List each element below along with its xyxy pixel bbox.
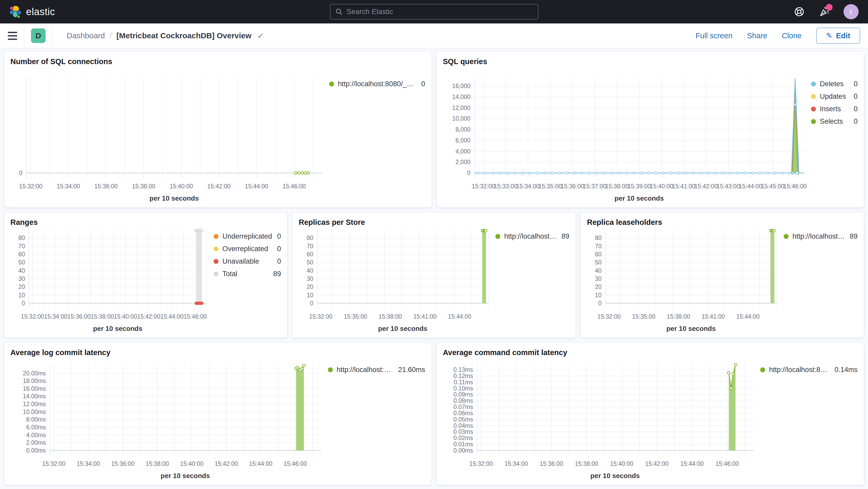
- user-avatar[interactable]: r: [843, 4, 859, 19]
- chart-plot[interactable]: [50, 363, 321, 456]
- legend-item[interactable]: http://localhost:8080/_sta...89: [495, 233, 569, 241]
- x-tick-label: 15:41:00: [413, 313, 437, 320]
- breadcrumb-separator: /: [110, 31, 112, 40]
- menu-toggle-icon[interactable]: [8, 31, 17, 41]
- legend-item[interactable]: http://localhost:8080...0.14ms: [760, 366, 858, 374]
- y-tick-label: 4,000: [456, 148, 471, 155]
- x-tick-label: 15:46:00: [184, 313, 207, 320]
- y-tick-label: 12.00ms: [23, 401, 46, 408]
- legend-series-dot: [328, 367, 333, 372]
- chart-canvas: [26, 78, 322, 178]
- y-tick-label: 8,000: [456, 126, 471, 133]
- x-tick-label: 15:40:00: [650, 183, 673, 190]
- dashboard-app-badge[interactable]: D: [31, 28, 45, 43]
- x-tick-label: 15:34:00: [57, 183, 80, 190]
- y-tick-label: 10: [18, 292, 25, 299]
- panel-title: Number of SQL connections: [10, 57, 425, 66]
- chart-plot[interactable]: [29, 230, 207, 308]
- x-tick-label: 15:42:00: [207, 183, 231, 190]
- y-axis-labels: 02,0004,0006,0008,00010,00012,00014,0001…: [443, 78, 474, 204]
- legend-series-dot: [214, 272, 218, 276]
- legend-series-value: 21.60ms: [394, 366, 425, 374]
- x-axis-labels: 15:32:0015:34:0015:36:0015:38:0015:40:00…: [477, 460, 754, 469]
- y-tick-label: 0.09ms: [454, 391, 473, 398]
- y-tick-label: 50: [595, 259, 601, 266]
- edit-button[interactable]: ✎ Edit: [816, 28, 860, 44]
- legend-series-label: Overreplicated: [222, 245, 268, 253]
- x-tick-label: 15:32:00: [19, 183, 42, 190]
- y-tick-label: 80: [307, 235, 313, 242]
- x-tick-label: 15:46:00: [283, 183, 306, 190]
- x-tick-label: 15:32:00: [469, 460, 493, 467]
- help-button[interactable]: [794, 6, 805, 18]
- legend-series-label: Inserts: [820, 105, 841, 113]
- legend-item[interactable]: http://localhost:8080/_stat...0: [329, 80, 425, 88]
- share-button[interactable]: Share: [747, 32, 767, 40]
- x-tick-label: 15:40:00: [180, 460, 204, 467]
- legend-item[interactable]: Unavailable0: [214, 257, 281, 266]
- legend-item[interactable]: Underreplicated0: [214, 233, 281, 241]
- x-axis-labels: 15:32:0015:34:0015:36:0015:38:0015:40:00…: [50, 460, 321, 469]
- y-tick-label: 0: [467, 170, 471, 177]
- chart-plot[interactable]: [605, 230, 777, 308]
- legend-series-label: http://localhost:8080/_sta...: [793, 233, 845, 241]
- y-tick-label: 50: [18, 259, 25, 266]
- chart-plot[interactable]: [474, 78, 804, 178]
- panel-average-log-commit-latency: Average log commit latency 0.00ms2.00ms4…: [4, 342, 432, 485]
- x-tick-label: 15:44:00: [681, 460, 704, 467]
- x-tick-label: 15:35:00: [632, 313, 655, 320]
- panel-title: Replica leaseholders: [587, 218, 858, 227]
- x-tick-label: 15:42:00: [215, 460, 238, 467]
- x-tick-label: 15:36:00: [111, 460, 135, 467]
- y-tick-label: 10.00ms: [23, 408, 46, 416]
- chart-plot[interactable]: [477, 363, 754, 456]
- legend-series-dot: [784, 234, 788, 239]
- search-input[interactable]: [347, 7, 533, 16]
- legend-item[interactable]: Deletes0: [811, 80, 858, 88]
- y-tick-label: 0.13ms: [454, 366, 473, 373]
- news-feed-button[interactable]: [818, 6, 830, 18]
- legend-series-label: http://localhost:8080/_stat...: [338, 80, 417, 88]
- x-tick-label: 15:32:00: [597, 313, 621, 320]
- chart-plot[interactable]: [317, 230, 489, 308]
- clone-button[interactable]: Clone: [782, 32, 802, 40]
- fullscreen-button[interactable]: Full screen: [695, 32, 733, 40]
- legend-item[interactable]: Selects0: [811, 118, 858, 126]
- legend-item[interactable]: Updates0: [811, 92, 858, 100]
- x-tick-label: 15:46:00: [715, 460, 739, 467]
- y-tick-label: 0.04ms: [454, 422, 473, 429]
- x-tick-label: 15:40:00: [610, 460, 633, 467]
- x-tick-label: 15:42:00: [645, 460, 669, 467]
- legend-series-label: Selects: [820, 118, 843, 126]
- breadcrumb-dashboard[interactable]: Dashboard: [67, 31, 105, 40]
- y-tick-label: 40: [307, 267, 313, 274]
- y-tick-label: 0: [598, 300, 601, 307]
- y-tick-label: 12,000: [452, 104, 470, 112]
- check-icon[interactable]: ✓: [257, 31, 264, 40]
- x-tick-label: 15:32:00: [472, 183, 495, 190]
- y-tick-label: 0: [19, 170, 22, 177]
- y-tick-label: 0.07ms: [454, 403, 473, 410]
- chart-legend: http://localhost:8080...0.14ms: [753, 363, 858, 481]
- x-tick-label: 15:46:00: [783, 183, 807, 190]
- x-tick-label: 15:38:00: [146, 460, 169, 467]
- legend-series-value: 0: [416, 80, 425, 88]
- chart-legend: Deletes0Updates0Inserts0Selects0: [804, 78, 858, 204]
- x-axis-labels: 15:32:0015:34:0015:36:0015:38:0015:40:00…: [26, 183, 322, 191]
- legend-series-label: http://localhost:8080/_sta...: [504, 233, 557, 241]
- y-tick-label: 0.02ms: [454, 434, 473, 441]
- y-tick-label: 0.03ms: [454, 428, 473, 435]
- y-tick-label: 4.00ms: [26, 432, 46, 439]
- global-search[interactable]: [330, 4, 538, 20]
- legend-item[interactable]: http://localhost:808...21.60ms: [328, 366, 425, 374]
- legend-item[interactable]: Overreplicated0: [214, 245, 281, 253]
- legend-item[interactable]: Inserts0: [811, 105, 858, 113]
- x-tick-label: 15:44:00: [160, 313, 184, 320]
- legend-item[interactable]: Total89: [214, 270, 281, 278]
- chart-plot[interactable]: [26, 78, 322, 178]
- y-tick-label: 14,000: [452, 94, 470, 100]
- elastic-brand[interactable]: elastic: [9, 5, 55, 18]
- x-tick-label: 15:40:00: [169, 183, 193, 190]
- legend-item[interactable]: http://localhost:8080/_sta...89: [784, 233, 858, 241]
- legend-series-label: Underreplicated: [222, 233, 272, 241]
